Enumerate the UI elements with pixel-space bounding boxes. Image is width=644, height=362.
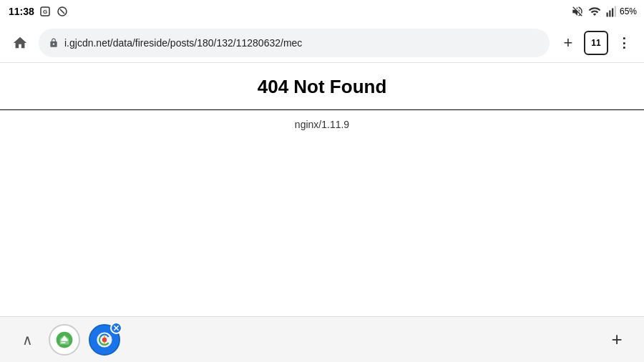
notification-icon-1: G	[39, 5, 52, 18]
server-info: nginx/1.11.9	[0, 119, 644, 130]
tab-icon-1[interactable]	[49, 324, 80, 356]
close-tab-badge[interactable]	[110, 322, 122, 334]
lock-icon	[49, 38, 59, 48]
home-button[interactable]	[7, 30, 33, 56]
url-bar[interactable]: i.gjcdn.net/data/fireside/posts/180/132/…	[39, 29, 550, 57]
svg-rect-12	[61, 340, 68, 341]
back-button[interactable]: ∧	[14, 327, 40, 353]
svg-rect-13	[61, 342, 66, 343]
svg-rect-5	[609, 11, 610, 17]
bottom-navigation-bar: ∧	[0, 316, 644, 362]
browser-chrome: i.gjcdn.net/data/fireside/posts/180/132/…	[0, 23, 644, 63]
notification-icon-2	[56, 5, 69, 18]
menu-button[interactable]: ⋮	[611, 30, 637, 56]
chrome-actions: + 11 ⋮	[555, 30, 637, 56]
bottom-left-actions: ∧	[14, 324, 120, 356]
signal-icon	[605, 5, 618, 18]
tab-count-button[interactable]: 11	[584, 31, 608, 55]
error-title: 404 Not Found	[0, 76, 644, 98]
svg-rect-6	[612, 9, 613, 17]
battery-display: 65%	[623, 5, 635, 18]
url-text: i.gjcdn.net/data/fireside/posts/180/132/…	[64, 37, 302, 49]
status-right: 65%	[571, 5, 635, 18]
svg-rect-4	[607, 13, 608, 17]
mute-icon	[571, 5, 584, 18]
page-body: 404 Not Found nginx/1.11.9	[0, 63, 644, 130]
new-tab-button[interactable]: +	[555, 30, 581, 56]
add-tab-button[interactable]: +	[604, 327, 630, 353]
svg-text:G: G	[43, 9, 47, 15]
bottom-right-actions: +	[604, 327, 630, 353]
svg-point-16	[102, 337, 107, 342]
time-display: 11:38	[9, 6, 34, 17]
battery-percent: 65%	[620, 6, 637, 16]
status-left: 11:38 G	[9, 5, 69, 18]
svg-rect-7	[615, 6, 616, 17]
status-bar: 11:38 G	[0, 0, 644, 23]
page-divider	[0, 109, 644, 110]
svg-line-3	[60, 9, 64, 14]
wifi-icon	[588, 5, 601, 18]
active-tab-button[interactable]	[89, 324, 120, 356]
